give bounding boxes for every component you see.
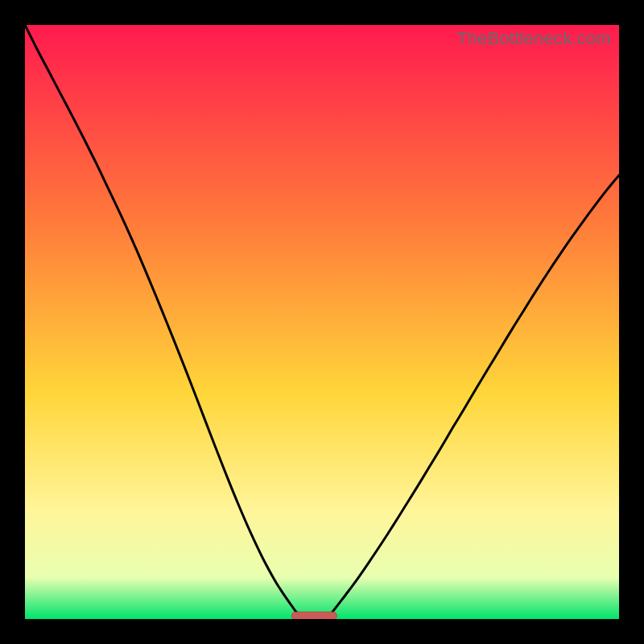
watermark-text: TheBottleneck.com <box>456 28 611 49</box>
outer-frame: TheBottleneck.com <box>0 0 644 644</box>
optimum-marker <box>291 612 336 619</box>
gradient-background <box>25 25 619 619</box>
plot-area: TheBottleneck.com <box>25 25 619 619</box>
chart-svg <box>25 25 619 619</box>
